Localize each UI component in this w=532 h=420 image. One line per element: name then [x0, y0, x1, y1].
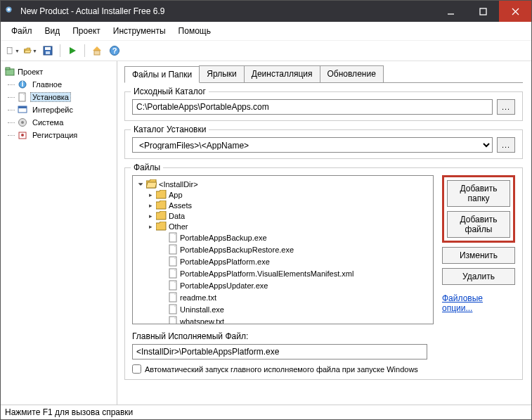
tab-uninstall[interactable]: Деинсталляция	[244, 65, 320, 82]
delete-button[interactable]: Удалить	[442, 268, 515, 285]
tree-folder[interactable]: ▸Assets	[147, 200, 429, 210]
svg-point-27	[21, 134, 24, 136]
install-dir-browse-button[interactable]: ...	[497, 137, 515, 153]
status-bar: Нажмите F1 для вызова справки	[1, 405, 531, 419]
add-folder-button[interactable]: Добавить папку	[447, 180, 510, 207]
tree-file[interactable]: Uninstall.exe	[160, 303, 429, 315]
tree-file[interactable]: PortableAppsPlatform.VisualElementsManif…	[160, 267, 429, 279]
sidebar-item-registration[interactable]: Регистрация	[4, 129, 114, 141]
save-button[interactable]	[40, 43, 56, 58]
titlebar: New Product - Actual Installer Free 6.9	[1, 1, 531, 22]
add-files-button[interactable]: Добавить файлы	[447, 211, 510, 238]
tree-file[interactable]: whatsnew.txt	[160, 315, 429, 324]
svg-rect-17	[6, 68, 10, 70]
svg-marker-12	[93, 46, 101, 51]
menu-project[interactable]: Проект	[67, 24, 105, 38]
app-icon	[5, 6, 16, 17]
svg-rect-13	[94, 51, 100, 55]
tree-file[interactable]: PortableAppsBackup.exe	[160, 231, 429, 243]
tree-file[interactable]: PortableAppsUpdater.exe	[160, 279, 429, 291]
files-tree[interactable]: ⏷<InstallDir> ▸App ▸Assets ▸Data ▸Other …	[132, 175, 434, 324]
new-button[interactable]: ▼	[5, 43, 20, 58]
minimize-button[interactable]	[434, 1, 467, 22]
close-button[interactable]	[499, 1, 531, 22]
svg-rect-23	[18, 106, 27, 108]
sidebar-item-install[interactable]: Установка	[4, 91, 114, 103]
autorun-checkbox-row[interactable]: Автоматический запуск главного исполняем…	[132, 364, 515, 374]
menu-file[interactable]: Файл	[6, 24, 37, 38]
sidebar-item-interface[interactable]: Интерфейс	[4, 103, 114, 116]
svg-rect-9	[45, 47, 51, 50]
sidebar: Проект iГлавное Установка Интерфейс Сист…	[1, 61, 117, 405]
tree-folder[interactable]: ▸Data	[147, 210, 429, 221]
svg-text:?: ?	[112, 46, 117, 55]
svg-point-25	[21, 121, 24, 124]
svg-marker-11	[70, 47, 76, 54]
group-source-dir: Исходный Каталог ...	[124, 91, 523, 121]
main-exe-label: Главный Исполняемый Файл:	[132, 331, 515, 341]
build-button[interactable]	[65, 43, 80, 58]
toolbar: ▼ ▼ ?	[1, 41, 531, 61]
tree-file[interactable]: PortableAppsBackupRestore.exe	[160, 243, 429, 255]
help-button[interactable]: ?	[107, 43, 122, 58]
open-button[interactable]: ▼	[22, 43, 38, 58]
svg-point-1	[7, 8, 10, 11]
tree-file[interactable]: PortableAppsPlatform.exe	[160, 255, 429, 267]
tab-files[interactable]: Файлы и Папки	[124, 66, 200, 83]
file-options-link[interactable]: Файловые опции...	[442, 293, 515, 313]
svg-text:i: i	[21, 79, 23, 88]
tab-bar: Файлы и Папки Ярлыки Деинсталляция Обнов…	[124, 65, 523, 83]
source-dir-browse-button[interactable]: ...	[497, 99, 515, 115]
window-title: New Product - Actual Installer Free 6.9	[20, 6, 434, 16]
sidebar-root[interactable]: Проект	[4, 65, 114, 78]
menu-tools[interactable]: Инструменты	[108, 24, 171, 38]
tab-update[interactable]: Обновление	[320, 65, 384, 82]
group-files: Файлы ⏷<InstallDir> ▸App ▸Assets ▸Data ▸…	[124, 167, 523, 380]
sidebar-item-main[interactable]: iГлавное	[4, 78, 114, 91]
content-panel: Файлы и Папки Ярлыки Деинсталляция Обнов…	[117, 61, 531, 405]
menu-help[interactable]: Помощь	[174, 24, 216, 38]
svg-rect-10	[46, 51, 50, 54]
main-exe-input[interactable]	[132, 344, 427, 359]
tab-shortcuts[interactable]: Ярлыки	[199, 65, 245, 82]
maximize-button[interactable]	[467, 1, 499, 22]
tree-root[interactable]: ⏷<InstallDir>	[137, 179, 429, 189]
svg-rect-3	[480, 8, 486, 15]
menubar: Файл Вид Проект Инструменты Помощь	[1, 22, 531, 41]
sidebar-item-system[interactable]: Система	[4, 116, 114, 129]
menu-view[interactable]: Вид	[40, 24, 65, 38]
tree-folder[interactable]: ▸Other	[147, 221, 429, 231]
autorun-checkbox[interactable]	[132, 364, 141, 374]
tree-folder[interactable]: ▸App	[147, 189, 429, 200]
tree-file[interactable]: readme.txt	[160, 291, 429, 303]
home-button[interactable]	[89, 43, 105, 58]
install-dir-select[interactable]: <ProgramFiles>\<AppName>	[132, 137, 493, 153]
source-dir-input[interactable]	[132, 99, 493, 115]
group-install-dir: Каталог Установки <ProgramFiles>\<AppNam…	[124, 129, 523, 159]
edit-button[interactable]: Изменить	[442, 247, 515, 264]
highlight-box: Добавить папку Добавить файлы	[442, 175, 515, 243]
